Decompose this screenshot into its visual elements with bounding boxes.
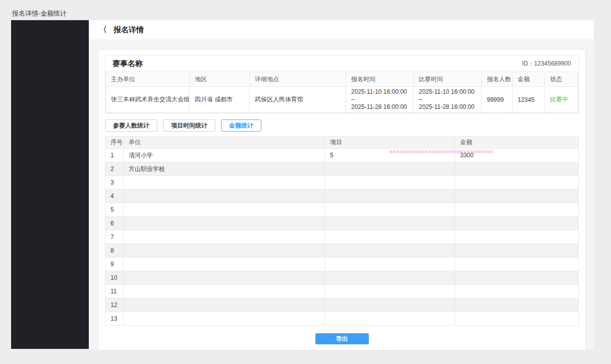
cell-amount	[455, 298, 579, 312]
cell-region: 四川省 成都市	[190, 87, 250, 113]
cell-no: 4	[105, 190, 124, 203]
col-status: 状态	[545, 72, 578, 87]
cell-project	[325, 230, 455, 244]
table-row: 11	[105, 285, 579, 298]
cell-organizer: 张三丰杯武术养生交流大会组委会	[106, 87, 190, 113]
cell-project	[325, 312, 455, 326]
cell-unit	[124, 230, 325, 244]
cell-reg-time: 2025-11-10 16:00:00 – 2025-11-28 16:00:0…	[346, 87, 414, 113]
cell-no: 1	[105, 149, 124, 162]
event-table: 主办单位 地区 详细地点 报名时间 比赛时间 报名人数 金额 状态 张三丰杯武术	[105, 72, 578, 113]
col-location: 详细地点	[250, 72, 346, 87]
cell-unit	[124, 312, 325, 326]
tab-participant-stats[interactable]: 参赛人数统计	[105, 119, 157, 132]
cell-amount	[455, 217, 579, 230]
back-button[interactable]: 〈	[99, 25, 107, 35]
cell-no: 10	[105, 271, 124, 285]
table-row: 1清河小学53300	[105, 149, 579, 162]
col-reg-time: 报名时间	[346, 72, 414, 87]
cell-amount	[455, 162, 579, 176]
table-row: 10	[105, 271, 579, 285]
event-id-value: 12345689900	[534, 60, 571, 67]
cell-no: 12	[105, 298, 124, 312]
cell-unit	[124, 176, 325, 190]
table-row: 7	[105, 230, 579, 244]
col-region: 地区	[190, 72, 250, 87]
sidebar	[11, 20, 89, 349]
cell-unit	[124, 258, 325, 271]
cell-unit	[124, 285, 325, 298]
table-row: 8	[105, 244, 579, 258]
cell-project	[325, 244, 455, 258]
cell-match-time: 2025-11-10 16:00:00 – 2025-11-28 16:00:0…	[414, 87, 482, 113]
cell-unit	[124, 190, 325, 203]
cell-unit	[124, 217, 325, 230]
cell-unit: 清河小学	[124, 149, 325, 162]
col-unit: 单位	[124, 137, 325, 149]
table-row: 5	[105, 203, 579, 217]
status-badge: 比赛中	[545, 87, 578, 113]
cell-project: 5	[325, 149, 455, 162]
cell-no: 2	[105, 162, 124, 176]
cell-amount	[455, 312, 579, 326]
cell-amount: 12345	[513, 87, 545, 113]
table-row: 6	[105, 217, 579, 230]
page-title: 报名详情-金额统计	[12, 9, 67, 18]
header-title: 报名详情	[114, 25, 144, 35]
cell-location: 武侯区人民体育馆	[250, 87, 346, 113]
col-no: 序号	[105, 137, 124, 149]
cell-amount	[455, 190, 579, 203]
tab-project-time-stats[interactable]: 项目时间统计	[163, 119, 215, 132]
cell-project	[325, 203, 455, 217]
table-row: 2方山职业学校	[105, 162, 579, 176]
event-id: ID：12345689900	[522, 59, 571, 68]
cell-no: 3	[105, 176, 124, 190]
stats-tabs: 参赛人数统计 项目时间统计 金额统计	[105, 119, 579, 132]
cell-no: 9	[105, 258, 124, 271]
cell-unit: 方山职业学校	[124, 162, 325, 176]
cell-no: 6	[105, 217, 124, 230]
table-row: 13	[105, 312, 579, 326]
content-card: 赛事名称 ID：12345689900 主办单位 地区	[98, 49, 586, 350]
stats-table-body: 1清河小学533002方山职业学校345678910111213	[105, 149, 579, 326]
cell-amount	[455, 203, 579, 217]
cell-amount	[455, 271, 579, 285]
table-row: 12	[105, 298, 579, 312]
tab-amount-stats[interactable]: 金额统计	[221, 119, 261, 132]
export-row: 导出	[105, 333, 579, 344]
table-row: 4	[105, 190, 579, 203]
cell-amount	[455, 244, 579, 258]
cell-project	[325, 258, 455, 271]
cell-participants: 99999	[482, 87, 513, 113]
export-button[interactable]: 导出	[315, 333, 369, 344]
table-row: 9	[105, 258, 579, 271]
header-bar: 〈 报名详情	[89, 20, 594, 39]
event-info-box: 赛事名称 ID：12345689900 主办单位 地区	[105, 55, 579, 113]
cell-amount	[455, 258, 579, 271]
stats-header-row: 序号 单位 项目 金额	[105, 137, 579, 149]
cell-amount	[455, 176, 579, 190]
event-id-label: ID：	[522, 60, 534, 67]
event-title-row: 赛事名称 ID：12345689900	[105, 55, 578, 72]
cell-project	[325, 190, 455, 203]
event-name-title: 赛事名称	[113, 59, 143, 69]
cell-project	[325, 271, 455, 285]
cell-project	[325, 176, 455, 190]
col-organizer: 主办单位	[106, 72, 190, 87]
event-data-row: 张三丰杯武术养生交流大会组委会 四川省 成都市 武侯区人民体育馆 2025-11…	[106, 87, 578, 113]
back-chevron-icon: 〈	[99, 25, 107, 35]
cell-project	[325, 162, 455, 176]
col-match-time: 比赛时间	[414, 72, 482, 87]
col-money: 金额	[455, 137, 579, 149]
cell-unit	[124, 244, 325, 258]
cell-unit	[124, 271, 325, 285]
app-frame: 〈 报名详情 赛事名称 ID：12345689900	[11, 20, 594, 349]
main-area: 〈 报名详情 赛事名称 ID：12345689900	[89, 20, 594, 349]
cell-no: 5	[105, 203, 124, 217]
cell-unit	[124, 298, 325, 312]
cell-no: 11	[105, 285, 124, 298]
cell-no: 8	[105, 244, 124, 258]
cell-amount	[455, 285, 579, 298]
cell-amount: 3300	[455, 149, 579, 162]
col-participants: 报名人数	[482, 72, 513, 87]
